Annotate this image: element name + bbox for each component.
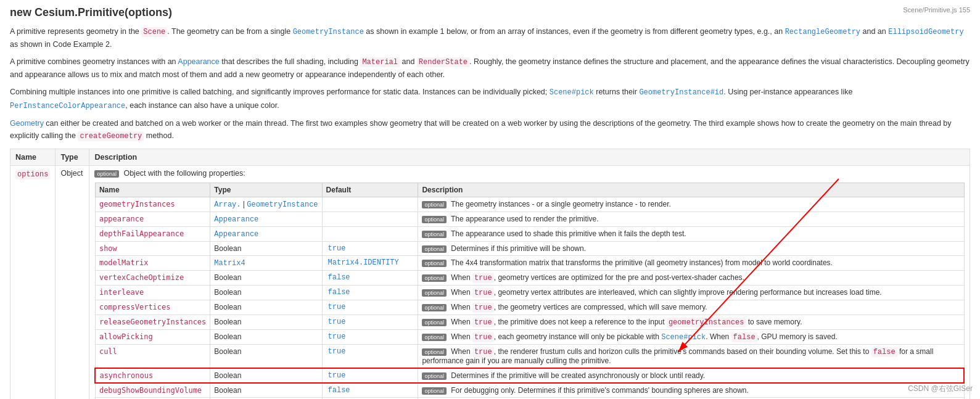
prop-default-cell: false: [322, 383, 418, 398]
table-row: asynchronousBooleantrueoptional Determin…: [95, 368, 964, 383]
table-row: showBooleantrueoptional Determines if th…: [95, 241, 964, 255]
page-title: new Cesium.Primitive(options): [10, 6, 970, 19]
table-row: cullBooleantrueoptional When true, the r…: [95, 344, 964, 368]
prop-desc-cell: optional Determines if the primitive wil…: [418, 368, 964, 383]
prop-default-cell: [322, 226, 418, 241]
col-header-desc: Description: [89, 149, 970, 165]
option-type: Object: [56, 165, 89, 399]
prop-default-cell: false: [322, 270, 418, 285]
prop-default-cell: [322, 212, 418, 226]
prop-name-cell: vertexCacheOptimize: [95, 270, 210, 285]
prop-type-cell: Boolean: [210, 315, 322, 329]
link-ellipsoid-geometry[interactable]: EllipsoidGeometry: [888, 28, 963, 36]
prop-type-cell: Matrix4: [210, 255, 322, 270]
table-row: compressVerticesBooleantrueoptional When…: [95, 300, 964, 315]
prop-type-cell: Appearance: [210, 212, 322, 226]
prop-name-cell: show: [95, 241, 210, 255]
prop-desc-cell: optional When true, each geometry instan…: [418, 329, 964, 344]
link-per-instance-color[interactable]: PerInstanceColorAppearance: [10, 102, 125, 110]
table-row: interleaveBooleanfalseoptional When true…: [95, 285, 964, 300]
table-row: appearanceAppearanceoptional The appeara…: [95, 212, 964, 226]
file-reference: Scene/Primitive.js 155: [903, 6, 970, 14]
table-row: releaseGeometryInstancesBooleantrueoptio…: [95, 315, 964, 329]
prop-type-cell: Boolean: [210, 383, 322, 398]
table-row: vertexCacheOptimizeBooleanfalseoptional …: [95, 270, 964, 285]
main-params-table: Name Type Description options Object opt…: [10, 149, 970, 399]
prop-name-cell: allowPicking: [95, 329, 210, 344]
prop-default-cell: true: [322, 300, 418, 315]
table-row: allowPickingBooleantrueoptional When tru…: [95, 329, 964, 344]
prop-default-cell: true: [322, 329, 418, 344]
table-row: modelMatrixMatrix4Matrix4.IDENTITYoption…: [95, 255, 964, 270]
prop-default-cell: true: [322, 344, 418, 368]
intro-para3: Combining multiple instances into one pr…: [10, 86, 970, 112]
link-scene-pick[interactable]: Scene#pick: [550, 88, 594, 97]
inner-col-default: Default: [322, 183, 418, 197]
prop-type-cell: Boolean: [210, 285, 322, 300]
prop-type-cell: Appearance: [210, 226, 322, 241]
watermark: CSDN @右弦GISer: [908, 384, 973, 394]
prop-name-cell: asynchronous: [95, 368, 210, 383]
inner-col-name: Name: [95, 183, 210, 197]
prop-desc-cell: optional The appearance used to render t…: [418, 212, 964, 226]
prop-name-cell: geometryInstances: [95, 197, 210, 212]
option-name: options: [10, 165, 56, 399]
prop-default-cell: [322, 197, 418, 212]
table-row: depthFailAppearanceAppearanceoptional Th…: [95, 226, 964, 241]
link-geometry-instance[interactable]: GeometryInstance: [293, 28, 364, 36]
link-appearance-1[interactable]: Appearance: [178, 57, 219, 66]
params-table-container: Name Type Description options Object opt…: [10, 149, 970, 399]
prop-desc-cell: optional Determines if this primitive wi…: [418, 241, 964, 255]
prop-default-cell: true: [322, 241, 418, 255]
inner-col-desc: Description: [418, 183, 964, 197]
prop-type-cell: Boolean: [210, 241, 322, 255]
prop-name-cell: compressVertices: [95, 300, 210, 315]
prop-type-cell: Boolean: [210, 368, 322, 383]
prop-desc-cell: optional The geometry instances - or a s…: [418, 197, 964, 212]
intro-para4: Geometry can either be created and batch…: [10, 117, 970, 142]
prop-type-cell: Array. | GeometryInstance: [210, 197, 322, 212]
prop-name-cell: appearance: [95, 212, 210, 226]
prop-name-cell: debugShowBoundingVolume: [95, 383, 210, 398]
prop-default-cell: Matrix4.IDENTITY: [322, 255, 418, 270]
col-header-name: Name: [10, 149, 56, 165]
prop-desc-cell: optional When true, the primitive does n…: [418, 315, 964, 329]
link-geometry[interactable]: Geometry: [10, 119, 44, 128]
prop-name-cell: interleave: [95, 285, 210, 300]
link-rectangle-geometry[interactable]: RectangleGeometry: [785, 28, 860, 36]
col-header-type: Type: [56, 149, 89, 165]
prop-desc-cell: optional When true, the geometry vertice…: [418, 300, 964, 315]
table-row: debugShowBoundingVolumeBooleanfalseoptio…: [95, 383, 964, 398]
prop-desc-cell: optional When true, geometry vertex attr…: [418, 285, 964, 300]
intro-para2: A primitive combines geometry instances …: [10, 56, 970, 81]
table-row: geometryInstancesArray. | GeometryInstan…: [95, 197, 964, 212]
prop-name-cell: depthFailAppearance: [95, 226, 210, 241]
inner-props-table: Name Type Default Description geometryIn…: [94, 183, 965, 399]
prop-desc-cell: optional When true, geometry vertices ar…: [418, 270, 964, 285]
prop-type-cell: Boolean: [210, 329, 322, 344]
prop-name-cell: releaseGeometryInstances: [95, 315, 210, 329]
prop-desc-cell: optional The appearance used to shade th…: [418, 226, 964, 241]
prop-name-cell: modelMatrix: [95, 255, 210, 270]
prop-type-cell: Boolean: [210, 270, 322, 285]
prop-type-cell: Boolean: [210, 344, 322, 368]
link-geometry-instance-id[interactable]: GeometryInstance#id: [639, 88, 723, 97]
option-desc: optional Object with the following prope…: [89, 165, 970, 399]
prop-default-cell: false: [322, 285, 418, 300]
prop-desc-cell: optional When true, the renderer frustum…: [418, 344, 964, 368]
optional-badge: optional: [94, 170, 119, 178]
main-row-options: options Object optional Object with the …: [10, 165, 970, 399]
inner-col-type: Type: [210, 183, 322, 197]
prop-desc-cell: optional For debugging only. Determines …: [418, 383, 964, 398]
prop-name-cell: cull: [95, 344, 210, 368]
prop-default-cell: true: [322, 368, 418, 383]
prop-type-cell: Boolean: [210, 300, 322, 315]
prop-default-cell: true: [322, 315, 418, 329]
intro-para1: A primitive represents geometry in the S…: [10, 25, 970, 51]
prop-desc-cell: optional The 4x4 transformation matrix t…: [418, 255, 964, 270]
